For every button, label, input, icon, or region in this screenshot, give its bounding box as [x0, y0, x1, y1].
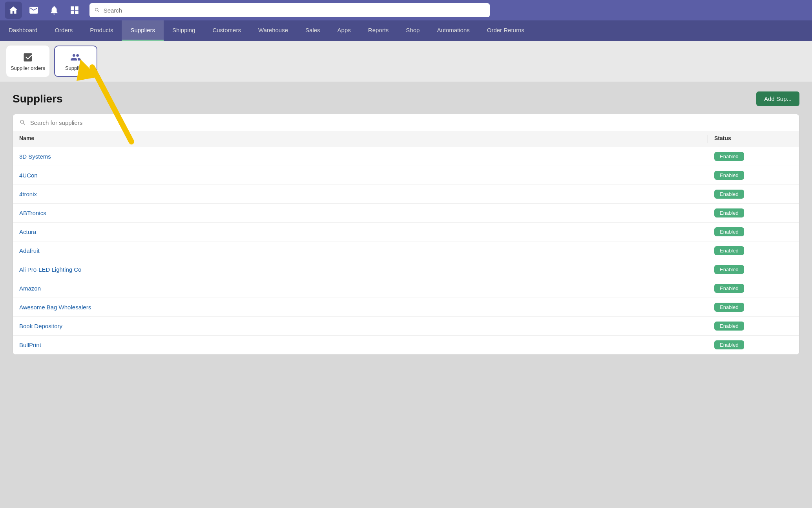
nav-products[interactable]: Products	[81, 20, 122, 41]
status-badge-1: Enabled	[714, 171, 744, 180]
main-content: Suppliers Add Sup... Name Status 3D Syst…	[0, 82, 812, 364]
row-status-2: Enabled	[714, 190, 793, 199]
nav-reports[interactable]: Reports	[359, 20, 398, 41]
table-row: 3D Systems Enabled	[13, 147, 799, 166]
add-supplier-button[interactable]: Add Sup...	[756, 91, 799, 106]
page-header: Suppliers Add Sup...	[13, 91, 799, 106]
table-row: 4UCon Enabled	[13, 166, 799, 185]
subnav-suppliers[interactable]: Suppliers	[54, 46, 97, 77]
supplier-name-10[interactable]: BullPrint	[19, 342, 714, 348]
row-status-3: Enabled	[714, 208, 793, 217]
status-badge-5: Enabled	[714, 246, 744, 255]
supplier-name-8[interactable]: Awesome Bag Wholesalers	[19, 304, 714, 311]
status-badge-3: Enabled	[714, 208, 744, 217]
subnav-supplier-orders-label: Supplier orders	[11, 65, 45, 71]
nav-dashboard[interactable]: Dashboard	[0, 20, 46, 41]
row-status-8: Enabled	[714, 303, 793, 312]
subnav-suppliers-label: Suppliers	[65, 65, 86, 71]
status-badge-8: Enabled	[714, 303, 744, 312]
supplier-name-7[interactable]: Amazon	[19, 285, 714, 292]
status-badge-6: Enabled	[714, 265, 744, 274]
row-status-0: Enabled	[714, 152, 793, 161]
global-search-input[interactable]	[104, 7, 485, 14]
table-row: BullPrint Enabled	[13, 336, 799, 355]
table-row: Ali Pro-LED Lighting Co Enabled	[13, 260, 799, 279]
page-title: Suppliers	[13, 93, 63, 105]
top-bar	[0, 0, 812, 20]
status-badge-9: Enabled	[714, 322, 744, 331]
search-icon	[19, 119, 26, 126]
supplier-name-5[interactable]: Adafruit	[19, 247, 714, 254]
supplier-name-1[interactable]: 4UCon	[19, 172, 714, 179]
nav-suppliers[interactable]: Suppliers	[122, 20, 164, 41]
row-status-7: Enabled	[714, 284, 793, 293]
col-divider	[708, 135, 708, 143]
nav-warehouse[interactable]: Warehouse	[250, 20, 297, 41]
table-header: Name Status	[13, 131, 799, 147]
supplier-name-0[interactable]: 3D Systems	[19, 153, 714, 160]
nav-sales[interactable]: Sales	[297, 20, 329, 41]
global-search-bar[interactable]	[89, 3, 490, 17]
suppliers-table: Name Status 3D Systems Enabled 4UCon Ena…	[13, 114, 799, 355]
supplier-search-row	[13, 114, 799, 131]
notification-icon[interactable]	[46, 2, 63, 19]
subnav-supplier-orders[interactable]: Supplier orders	[6, 46, 49, 77]
status-badge-2: Enabled	[714, 190, 744, 199]
col-status-header: Status	[714, 135, 793, 143]
table-row: Book Depository Enabled	[13, 317, 799, 336]
nav-orders[interactable]: Orders	[46, 20, 81, 41]
mail-icon[interactable]	[25, 2, 42, 19]
table-row: Awesome Bag Wholesalers Enabled	[13, 298, 799, 317]
supplier-search-input[interactable]	[30, 119, 793, 126]
nav-apps[interactable]: Apps	[329, 20, 359, 41]
row-status-6: Enabled	[714, 265, 793, 274]
table-row: ABTronics Enabled	[13, 204, 799, 223]
nav-shop[interactable]: Shop	[397, 20, 428, 41]
nav-shipping[interactable]: Shipping	[164, 20, 204, 41]
status-badge-7: Enabled	[714, 284, 744, 293]
supplier-name-3[interactable]: ABTronics	[19, 210, 714, 216]
nav-order-returns[interactable]: Order Returns	[478, 20, 533, 41]
supplier-name-4[interactable]: Actura	[19, 228, 714, 235]
home-icon[interactable]	[5, 2, 22, 19]
nav-automations[interactable]: Automations	[428, 20, 478, 41]
table-row: Adafruit Enabled	[13, 241, 799, 260]
nav-customers[interactable]: Customers	[204, 20, 250, 41]
status-badge-10: Enabled	[714, 340, 744, 349]
supplier-name-9[interactable]: Book Depository	[19, 323, 714, 329]
row-status-4: Enabled	[714, 227, 793, 236]
row-status-10: Enabled	[714, 340, 793, 349]
supplier-name-2[interactable]: 4tronix	[19, 191, 714, 197]
row-status-9: Enabled	[714, 322, 793, 331]
nav-bar: Dashboard Orders Products Suppliers Ship…	[0, 20, 812, 41]
table-row: Amazon Enabled	[13, 279, 799, 298]
status-badge-4: Enabled	[714, 227, 744, 236]
sub-nav: Supplier orders Suppliers	[0, 41, 812, 82]
table-row: 4tronix Enabled	[13, 185, 799, 204]
row-status-1: Enabled	[714, 171, 793, 180]
table-row: Actura Enabled	[13, 223, 799, 241]
status-badge-0: Enabled	[714, 152, 744, 161]
col-name-header: Name	[19, 135, 701, 143]
row-status-5: Enabled	[714, 246, 793, 255]
grid-icon[interactable]	[66, 2, 83, 19]
supplier-name-6[interactable]: Ali Pro-LED Lighting Co	[19, 266, 714, 273]
